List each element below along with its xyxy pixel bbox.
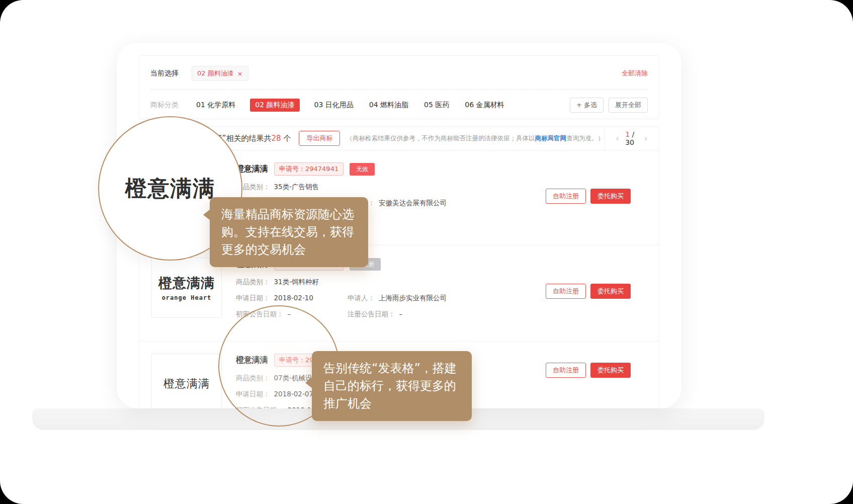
multi-select-button[interactable]: + 多选 (570, 98, 604, 113)
pagination: ‹ 1 / 30 › (604, 127, 659, 150)
category-tab-06[interactable]: 06 金属材料 (464, 99, 505, 112)
self-register-button[interactable]: 自助注册 (546, 363, 586, 378)
disclaimer-after: 查询为准。） (566, 134, 604, 142)
expand-all-button[interactable]: 展开全部 (609, 98, 648, 113)
entrust-purchase-button[interactable]: 委托购买 (590, 363, 631, 378)
export-trademarks-button[interactable]: 导出商标 (299, 131, 340, 146)
trademark-logo-text: 橙意满满 (158, 274, 215, 292)
self-register-button[interactable]: 自助注册 (546, 284, 586, 299)
entrust-purchase-button[interactable]: 委托购买 (590, 284, 631, 299)
category-tab-01[interactable]: 01 化学原料 (195, 99, 236, 112)
summary-suffix: 个 (281, 134, 291, 143)
field-label: 商品类别： (236, 278, 270, 287)
clear-all-button[interactable]: 全部清除 (622, 69, 648, 78)
callout-bubble-trade: 海量精品商标资源随心选购。支持在线交易，获得更多的交易机会 (210, 197, 368, 267)
callout-bubble-promo: 告别传统“发表格”，搭建自己的标行，获得更多的推广机会 (312, 351, 472, 421)
self-register-button[interactable]: 自助注册 (546, 189, 586, 204)
status-badge: 无效 (350, 163, 375, 176)
total-pages: 30 (625, 138, 634, 146)
category-tab-02-selected[interactable]: 02 颜料油漆 (250, 99, 299, 112)
trademark-logo-tile: 橙意满满 orange Heart (151, 258, 222, 318)
selected-filter-tag-label: 02 颜料油漆 (197, 69, 234, 78)
category-tab-05[interactable]: 05 医药 (423, 99, 450, 112)
field-value: 2018-02-10 (274, 294, 313, 303)
field-value: 35类-广告销售 (274, 183, 319, 192)
prev-page-icon[interactable]: ‹ (616, 134, 619, 143)
trademark-office-link[interactable]: 商标局官网 (535, 134, 566, 142)
application-number-value: 29474941 (305, 165, 338, 173)
field-value: 上海雨步实业有限公司 (379, 294, 447, 303)
page-background: 当前选择 02 颜料油漆 × 全部清除 商标分类 01 化学原料 02 颜料油漆… (0, 0, 853, 504)
application-number-tag: 申请号：29474941 (274, 162, 344, 176)
next-page-icon[interactable]: › (644, 134, 648, 143)
field-label: 申请日期： (236, 294, 270, 303)
category-section-label: 商标分类 (150, 101, 179, 110)
summary-count: 28 (272, 134, 281, 143)
application-number-label: 申请号： (279, 165, 305, 173)
field-value: 安徽美达会展有限公司 (379, 199, 447, 208)
field-label: 申请人： (348, 294, 375, 303)
field-value: – (399, 310, 403, 319)
selected-filter-tag[interactable]: 02 颜料油漆 × (192, 66, 248, 81)
close-icon[interactable]: × (237, 70, 243, 77)
trademark-logo-text: 橙意满满 (163, 376, 210, 391)
entrust-purchase-button[interactable]: 委托购买 (590, 189, 631, 204)
page-separator: / (632, 130, 635, 138)
trademark-logo-subtext: orange Heart (162, 294, 212, 301)
field-label: 注册公告日期： (348, 310, 395, 319)
category-tab-03[interactable]: 03 日化用品 (313, 99, 355, 112)
current-selection-label: 当前选择 (150, 69, 179, 78)
trademark-logo-tile: 橙意满满 (151, 354, 222, 408)
magnified-trademark-text: 橙意满满 (125, 174, 216, 203)
field-value: 31类-饲料种籽 (274, 278, 319, 287)
category-tab-04[interactable]: 04 燃料油脂 (368, 99, 409, 112)
current-page: 1 (625, 130, 630, 138)
filter-panel: 当前选择 02 颜料油漆 × 全部清除 商标分类 01 化学原料 02 颜料油漆… (139, 55, 659, 119)
disclaimer-before: （商标检索结果仅供参考，不作为商标能否注册的法律依据；具体以 (346, 134, 535, 142)
disclaimer-text: （商标检索结果仅供参考，不作为商标能否注册的法律依据；具体以商标局官网查询为准。… (346, 134, 604, 143)
